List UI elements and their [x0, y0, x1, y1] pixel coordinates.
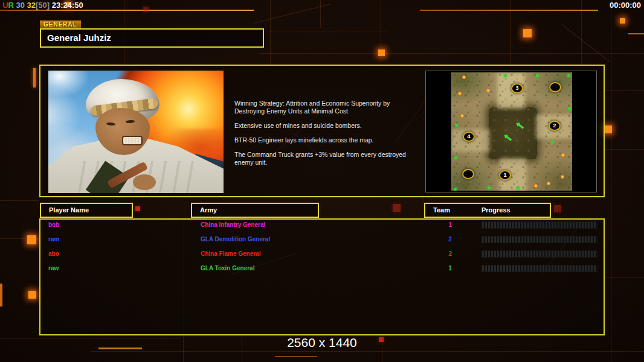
fire-marker — [534, 184, 538, 188]
header-army: Army — [191, 203, 319, 218]
match-timer: 00:00:00 — [610, 1, 641, 10]
player-row: abo China Flame General 2 — [39, 250, 605, 259]
debug-v3: [50] — [36, 1, 50, 10]
player-row: ram GLA Demolition General 2 — [39, 236, 605, 244]
progress-bar — [481, 265, 597, 272]
fire-marker — [561, 175, 564, 179]
circuit-line — [183, 335, 184, 362]
player-name: abo — [48, 250, 59, 257]
glow-square — [378, 49, 385, 56]
progress-bar — [481, 250, 597, 258]
map-marker — [549, 82, 561, 92]
player-row: raw GLA Toxin General 1 — [39, 265, 605, 273]
circuit-line — [561, 24, 609, 62]
header-player-name: Player Name — [40, 203, 133, 218]
glow-square — [604, 125, 612, 133]
minimap: 3 2 4 1 — [451, 72, 572, 191]
circuit-line — [611, 0, 612, 362]
supply-dot — [517, 186, 520, 189]
supply-dot — [454, 188, 457, 191]
player-name: bob — [48, 221, 59, 228]
map-marker: 2 — [549, 121, 561, 131]
player-team: 1 — [444, 265, 456, 272]
general-tab: GENERAL — [40, 21, 81, 28]
supply-dot — [567, 74, 570, 77]
debug-v2: 32 — [27, 1, 36, 10]
progress-bar — [481, 236, 597, 243]
accent-line — [98, 348, 142, 349]
debug-readout: UR 30 32[50] 23:24:50 — [2, 1, 83, 10]
minimap-frame: 3 2 4 1 — [425, 71, 597, 192]
circuit-line — [605, 149, 644, 150]
accent-line — [420, 10, 598, 11]
supply-dot — [504, 74, 507, 77]
accent-line — [33, 68, 36, 87]
red-square — [393, 204, 401, 212]
debug-r: R — [8, 1, 13, 10]
circuit-line — [270, 0, 271, 65]
glow-square — [28, 291, 36, 299]
player-row: bob China Infantry General 1 — [39, 221, 605, 230]
player-name: ram — [48, 236, 59, 243]
player-team: 2 — [444, 250, 456, 257]
header-team-progress: Team Progress — [424, 203, 551, 218]
circuit-line — [0, 200, 39, 201]
circuit-line — [91, 351, 644, 352]
glow-square — [620, 18, 625, 24]
general-name-box: General Juhziz — [40, 28, 264, 48]
accent-line — [0, 284, 2, 306]
fire-marker — [486, 89, 490, 92]
map-marker — [462, 169, 474, 179]
supply-dot — [536, 74, 539, 77]
progress-bar — [481, 221, 597, 229]
header-team: Team — [433, 204, 450, 217]
general-portrait — [48, 71, 224, 193]
portrait-mouth — [122, 136, 143, 145]
map-marker: 3 — [511, 83, 523, 94]
circuit-line — [320, 0, 321, 28]
circuit-line — [260, 53, 644, 54]
map-marker: 4 — [463, 132, 475, 142]
briefing-panel: Winning Strategy: Attrition and Economic… — [234, 100, 420, 173]
resolution-label: 2560 x 1440 — [231, 335, 413, 350]
supply-dot — [488, 186, 491, 189]
fire-marker — [547, 182, 550, 185]
briefing-line: Winning Strategy: Attrition and Economic… — [234, 100, 420, 115]
player-army: China Flame General — [201, 250, 260, 257]
circuit-line — [605, 91, 644, 91]
player-army: GLA Demolition General — [201, 236, 270, 243]
debug-fps: 30 — [16, 1, 24, 10]
briefing-line: The Command Truck grants +3% value from … — [234, 151, 420, 167]
fire-marker — [460, 114, 464, 118]
debug-u: U — [2, 1, 8, 10]
circuit-line — [423, 198, 423, 218]
player-name: raw — [48, 265, 59, 272]
portrait-hand — [133, 174, 156, 190]
circuit-line — [254, 4, 330, 24]
accent-line — [628, 33, 644, 34]
map-marker: 1 — [499, 170, 511, 180]
glow-square — [27, 235, 36, 244]
circuit-line — [605, 278, 644, 278]
player-team: 1 — [444, 221, 456, 228]
fire-marker — [458, 92, 462, 95]
red-square — [143, 7, 149, 12]
fire-marker — [561, 153, 565, 157]
circuit-line — [0, 338, 181, 338]
player-army: GLA Toxin General — [201, 265, 254, 272]
supply-dot — [568, 107, 571, 110]
accent-line — [275, 356, 317, 357]
supply-dot — [455, 124, 458, 127]
circuit-line — [266, 31, 387, 31]
player-army: China Infantry General — [201, 221, 265, 228]
supply-dot — [454, 156, 457, 159]
debug-clock: 23:24:50 — [52, 1, 83, 10]
fire-marker — [462, 75, 466, 79]
glow-square — [523, 29, 532, 37]
briefing-line: Extensive use of mines and suicide bombe… — [234, 122, 420, 130]
header-progress: Progress — [481, 204, 510, 217]
supply-dot — [551, 141, 554, 144]
briefing-line: BTR-50 Engineer lays minefields across t… — [234, 136, 420, 144]
red-square — [135, 206, 140, 211]
player-team: 2 — [444, 236, 456, 243]
